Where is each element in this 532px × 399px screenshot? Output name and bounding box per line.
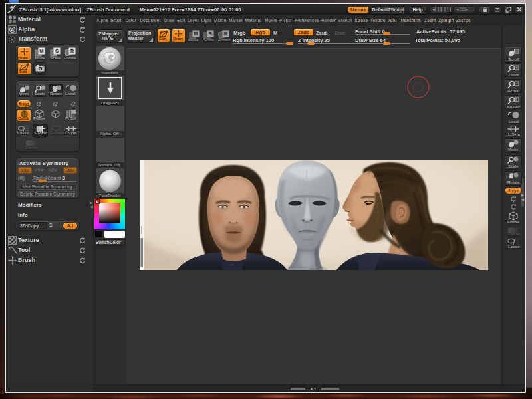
svg-text:z: z — [513, 207, 515, 211]
svg-text:R: R — [70, 49, 74, 53]
svg-text:M: M — [40, 49, 44, 53]
svg-text:x: x — [38, 104, 40, 107]
svg-text:R: R — [224, 31, 227, 36]
svg-text:y: y — [55, 104, 57, 107]
svg-text:S: S — [209, 31, 212, 36]
svg-text:S: S — [55, 49, 59, 53]
svg-text:A: A — [11, 27, 14, 32]
svg-text:M: M — [194, 31, 198, 36]
svg-text:z: z — [72, 104, 74, 107]
